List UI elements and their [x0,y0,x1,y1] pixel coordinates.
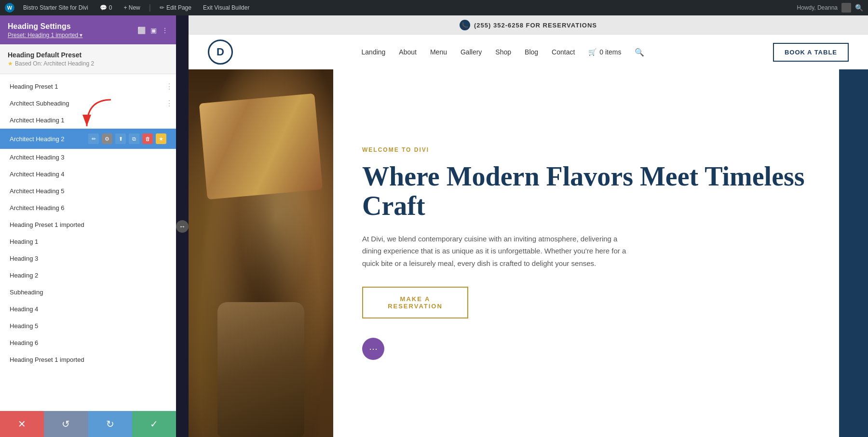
search-icon[interactable]: 🔍 [635,48,644,57]
site-topbar: 📞 (255) 352-6258 FOR RESERVATIONS [189,15,868,35]
phone-icon: 📞 [460,20,470,30]
preset-duplicate-button[interactable]: ⧉ [129,133,139,144]
food-sticks [199,93,323,199]
topbar-phone-text: (255) 352-6258 FOR RESERVATIONS [474,22,597,29]
nav-link-blog[interactable]: Blog [525,48,538,56]
cart-count: 0 items [599,48,621,56]
preset-settings-button[interactable]: ⚙ [102,133,112,144]
book-table-button[interactable]: BOOK A TABLE [773,43,849,62]
preset-item-architect-heading-2[interactable]: Architect Heading 2 ✏ ⚙ ⬆ ⧉ 🗑 ★ [0,129,176,149]
site-nav-links: Landing About Menu Gallery Shop Blog Con… [362,48,645,57]
hero-body-text: At Divi, we blend contemporary cuisine w… [362,233,632,270]
panel-expand-icon[interactable]: ▣ [150,26,157,34]
undo-button[interactable]: ↺ [44,411,88,437]
nav-link-about[interactable]: About [399,48,417,56]
preset-delete-button[interactable]: 🗑 [142,133,153,144]
panel-header: Heading Settings Preset: Heading 1 impor… [0,15,176,44]
admin-bar-edit-page[interactable]: ✏ Edit Page [157,4,194,11]
preset-item-heading-5[interactable]: Heading 5 [0,318,176,334]
save-button[interactable]: ✓ [132,411,176,437]
preset-item-architect-heading-4[interactable]: Architect Heading 4 [0,166,176,183]
default-preset-title: Heading Default Preset [8,51,168,59]
website-preview: 📞 (255) 352-6258 FOR RESERVATIONS D Land… [189,15,868,437]
panel-header-icons: ⬜ ▣ ⋮ [137,26,168,34]
comment-icon: 💬 [100,4,107,11]
nav-link-landing[interactable]: Landing [362,48,386,56]
redo-button[interactable]: ↻ [88,411,132,437]
left-panel: Heading Settings Preset: Heading 1 impor… [0,15,176,437]
welcome-tag: WELCOME TO DIVI [362,146,810,153]
preset-item-heading-6[interactable]: Heading 6 [0,334,176,351]
more-options-button[interactable]: ⋯ [362,338,384,360]
panel-collapse-icon[interactable]: ⬜ [137,26,146,34]
admin-avatar [841,3,851,13]
admin-howdy: Howdy, Deanna [797,4,838,11]
preset-dots-icon[interactable]: ⋮ [165,99,173,108]
food-bag [217,302,304,437]
default-preset-sub: ★ Based On: Architect Heading 2 [8,60,168,67]
nav-link-gallery[interactable]: Gallery [461,48,482,56]
hero-content: WELCOME TO DIVI Where Modern Flavors Mee… [333,69,839,437]
admin-search-icon[interactable]: 🔍 [855,4,863,12]
site-nav: D Landing About Menu Gallery Shop Blog C… [189,35,868,69]
panel-preset-subtitle[interactable]: Preset: Heading 1 imported ▾ [8,32,82,39]
preset-item-heading-preset-1-imported-2[interactable]: Heading Preset 1 imported [0,351,176,368]
panel-more-icon[interactable]: ⋮ [162,26,168,34]
nav-link-menu[interactable]: Menu [430,48,447,56]
preset-item-heading-2[interactable]: Heading 2 [0,267,176,284]
preset-dots-icon[interactable]: ⋮ [165,82,173,91]
preset-item-architect-heading-3[interactable]: Architect Heading 3 [0,149,176,166]
panel-title: Heading Settings [8,22,82,31]
preset-item-architect-subheading[interactable]: Architect Subheading ⋮ [0,95,176,112]
preset-item-heading-preset-1-imported-1[interactable]: Heading Preset 1 imported [0,216,176,233]
hero-section: WELCOME TO DIVI Where Modern Flavors Mee… [189,69,868,437]
cart-icon: 🛒 [588,48,597,56]
preset-action-buttons: ✏ ⚙ ⬆ ⧉ 🗑 ★ [88,133,166,144]
preset-edit-button[interactable]: ✏ [88,133,99,144]
star-icon: ★ [8,60,13,67]
preset-star-button[interactable]: ★ [156,133,166,144]
hero-title: Where Modern Flavors Meet Timeless Craft [362,162,810,221]
admin-bar-exit-builder[interactable]: Exit Visual Builder [200,4,253,11]
preset-item-heading-preset-1[interactable]: Heading Preset 1 ⋮ [0,78,176,95]
admin-bar-right: Howdy, Deanna 🔍 [797,3,864,13]
preset-item-architect-heading-1[interactable]: Architect Heading 1 [0,112,176,129]
drag-handle[interactable]: ↔ [176,15,189,437]
preset-item-architect-heading-6[interactable]: Architect Heading 6 [0,199,176,216]
make-reservation-button[interactable]: MAKE A RESERVATION [362,287,468,318]
admin-bar: W Bistro Starter Site for Divi 💬 0 + New… [0,0,868,15]
edit-icon: ✏ [160,4,164,11]
hero-image [189,69,333,437]
preset-item-heading-4[interactable]: Heading 4 [0,301,176,318]
nav-link-shop[interactable]: Shop [495,48,511,56]
cancel-button[interactable]: ✕ [0,411,44,437]
admin-bar-left: W Bistro Starter Site for Divi 💬 0 + New… [5,3,252,13]
preset-item-architect-heading-5[interactable]: Architect Heading 5 [0,183,176,199]
admin-bar-site[interactable]: Bistro Starter Site for Divi [20,4,91,11]
preset-list: Heading Preset 1 ⋮ Architect Subheading … [0,74,176,411]
preset-item-heading-1[interactable]: Heading 1 [0,233,176,250]
cart-area[interactable]: 🛒 0 items [588,48,621,56]
site-logo: D [208,40,233,65]
main-layout: Heading Settings Preset: Heading 1 impor… [0,15,868,437]
bottom-toolbar: ✕ ↺ ↻ ✓ [0,411,176,437]
admin-bar-new[interactable]: + New [121,4,143,11]
preset-item-heading-3[interactable]: Heading 3 [0,250,176,267]
nav-link-contact[interactable]: Contact [552,48,575,56]
preset-item-subheading[interactable]: Subheading [0,284,176,301]
wp-logo-icon[interactable]: W [5,3,14,13]
preset-export-button[interactable]: ⬆ [115,133,126,144]
drag-handle-icon: ↔ [176,220,189,233]
hero-right-dark [839,69,868,437]
default-preset-section: Heading Default Preset ★ Based On: Archi… [0,44,176,74]
admin-bar-comments[interactable]: 💬 0 [97,4,115,11]
